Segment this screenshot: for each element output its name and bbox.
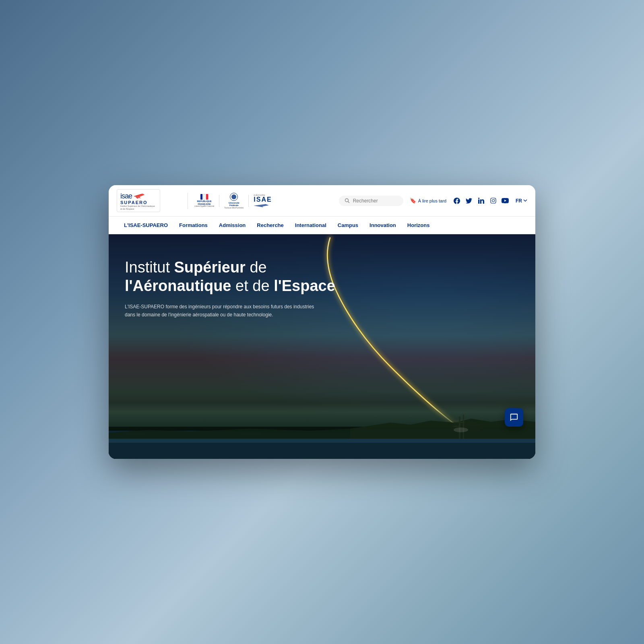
nav-item-innovation[interactable]: Innovation xyxy=(364,218,402,232)
lang-selector[interactable]: FR xyxy=(516,198,527,204)
chat-icon xyxy=(510,413,518,422)
search-icon xyxy=(345,198,350,203)
nav-item-isae-supaero[interactable]: L'ISAE-SUPAERO xyxy=(118,218,173,232)
bookmark-icon: 🔖 xyxy=(410,198,416,204)
nav-item-international[interactable]: International xyxy=(289,218,332,232)
nav-item-formations[interactable]: Formations xyxy=(173,218,213,232)
partner-sep-1 xyxy=(219,195,219,207)
logo-supaero-text: SUPAERO xyxy=(120,200,148,205)
nav-item-admission[interactable]: Admission xyxy=(213,218,251,232)
chevron-down-icon xyxy=(523,199,527,202)
facebook-icon[interactable] xyxy=(453,197,461,205)
bookmark-area[interactable]: 🔖 À lire plus tard xyxy=(410,198,446,204)
logo-box[interactable]: isae SUPAERO Institut Supérieur de l'Aér… xyxy=(117,189,160,212)
hero-title: Institut Supérieur de l'Aéronautique et … xyxy=(125,258,342,295)
landscape-svg xyxy=(109,407,535,459)
republique-logo: REPUBLIQUEFRANÇAISE Liberté Égalité Frat… xyxy=(194,194,214,207)
svg-rect-2 xyxy=(478,200,479,204)
svg-rect-14 xyxy=(453,426,460,427)
svg-rect-13 xyxy=(454,422,464,423)
linkedin-icon[interactable] xyxy=(477,197,485,205)
svg-point-3 xyxy=(478,198,479,199)
svg-point-5 xyxy=(492,200,494,202)
lang-label: FR xyxy=(516,198,522,204)
svg-line-1 xyxy=(348,202,349,203)
youtube-icon[interactable] xyxy=(501,197,509,205)
chat-button[interactable] xyxy=(505,408,523,427)
instagram-icon[interactable] xyxy=(489,197,497,205)
browser-window: isae SUPAERO Institut Supérieur de l'Aér… xyxy=(109,185,535,459)
universite-logo: UniversitéFédérale Toulouse Midi-Pyrénée… xyxy=(224,193,244,209)
svg-point-6 xyxy=(494,199,495,200)
twitter-icon[interactable] xyxy=(465,197,473,205)
hero-content: Institut Supérieur de l'Aéronautique et … xyxy=(109,234,358,335)
nav-item-horizons[interactable]: Horizons xyxy=(402,218,436,232)
logo-subtitle: Institut Supérieur de l'Aéronautique et … xyxy=(120,205,157,210)
partner-logos: REPUBLIQUEFRANÇAISE Liberté Égalité Frat… xyxy=(188,193,272,209)
nav-bar: L'ISAE-SUPAERO Formations Admission Rech… xyxy=(109,217,535,234)
svg-point-0 xyxy=(345,199,348,202)
svg-rect-12 xyxy=(463,415,464,439)
partner-sep-2 xyxy=(248,195,249,207)
groupe-isae-logo: GROUPE ISAE xyxy=(254,194,272,208)
plane-icon xyxy=(134,192,145,199)
nav-item-recherche[interactable]: Recherche xyxy=(251,218,289,232)
hero-description: L'ISAE-SUPAERO forme des ingénieurs pour… xyxy=(125,303,318,318)
hero-section: Institut Supérieur de l'Aéronautique et … xyxy=(109,234,535,459)
logo-isae: isae xyxy=(120,191,145,200)
bookmark-label: À lire plus tard xyxy=(418,198,446,203)
top-bar: isae SUPAERO Institut Supérieur de l'Aér… xyxy=(109,185,535,217)
nav-item-campus[interactable]: Campus xyxy=(332,218,364,232)
search-input[interactable] xyxy=(353,198,393,204)
groupe-plane-icon xyxy=(254,203,270,208)
logo-area: isae SUPAERO Institut Supérieur de l'Aér… xyxy=(117,189,181,212)
search-bar[interactable] xyxy=(339,196,403,206)
social-icons xyxy=(453,197,509,205)
svg-rect-4 xyxy=(491,198,496,203)
logo-isae-text: isae xyxy=(120,191,132,200)
svg-point-15 xyxy=(454,427,468,432)
